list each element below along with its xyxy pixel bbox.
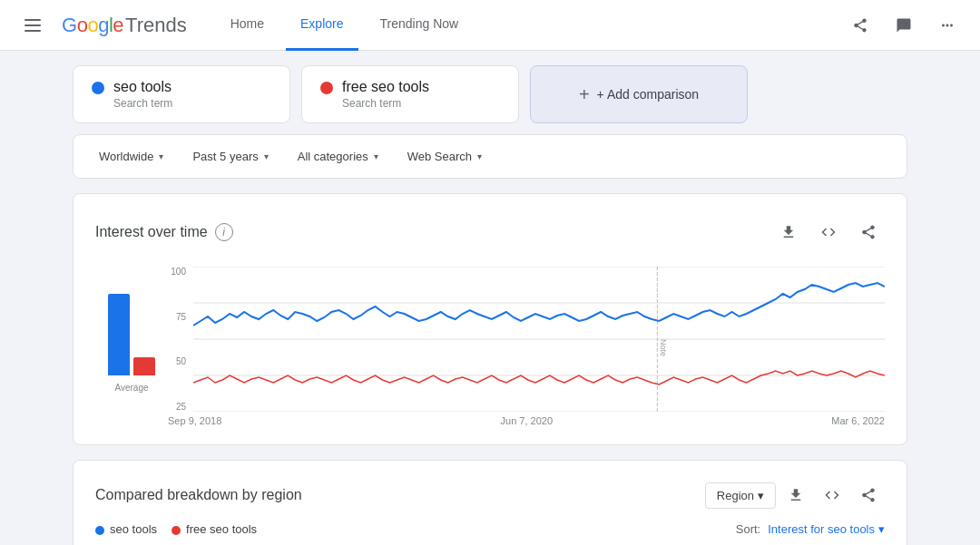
search-terms-row: seo tools Search term free seo tools Sea…: [73, 65, 907, 123]
legend-row: seo tools free seo tools: [95, 522, 257, 536]
svg-rect-1: [24, 24, 41, 26]
term1-type: Search term: [113, 97, 172, 110]
share-button[interactable]: [842, 7, 878, 44]
region-card: Compared breakdown by region Region ▾: [73, 460, 907, 545]
date-label-2: Jun 7, 2020: [501, 415, 554, 426]
download-chart-button[interactable]: [772, 216, 805, 248]
chart-title-group: Interest over time i: [95, 223, 233, 241]
apps-button[interactable]: [929, 7, 965, 44]
sort-select[interactable]: Interest for seo tools ▾: [768, 522, 885, 536]
header-actions: [842, 7, 965, 44]
filter-worldwide-chevron: ▾: [159, 151, 163, 161]
region-filter-button[interactable]: Region ▾: [705, 482, 776, 509]
term2-type: Search term: [342, 97, 429, 110]
filter-worldwide-label: Worldwide: [99, 150, 153, 163]
chart-card-header: Interest over time i: [95, 216, 885, 248]
svg-rect-2: [24, 30, 41, 32]
chart-dates: Sep 9, 2018 Jun 7, 2020 Mar 6, 2022: [168, 412, 885, 430]
main-content: seo tools Search term free seo tools Sea…: [0, 51, 980, 545]
filter-categories[interactable]: All categories ▾: [287, 144, 389, 169]
region-filter-chevron: ▾: [758, 489, 764, 502]
avg-bar-red: [133, 357, 155, 375]
search-term-card-1[interactable]: seo tools Search term: [73, 65, 290, 123]
nav-home[interactable]: Home: [216, 0, 279, 51]
y-label-100: 100: [168, 267, 186, 277]
term2-dot: [320, 82, 333, 94]
sort-row: Sort: Interest for seo tools ▾: [736, 522, 885, 536]
region-card-header: Compared breakdown by region Region ▾: [95, 479, 885, 511]
avg-bar-chart: [108, 267, 155, 375]
chart-left-avg: Average: [95, 267, 168, 430]
logo-trends-text: Trends: [125, 14, 187, 37]
term1-dot: [92, 82, 104, 94]
legend-label-1: seo tools: [110, 522, 157, 536]
filter-timerange[interactable]: Past 5 years ▾: [181, 144, 279, 169]
help-icon[interactable]: i: [215, 223, 233, 241]
download-region-button[interactable]: [779, 479, 812, 511]
sort-chevron: ▾: [878, 522, 885, 536]
filter-categories-label: All categories: [298, 150, 368, 163]
legend-item-1: seo tools: [95, 522, 157, 536]
filter-search-type-label: Web Search: [407, 150, 472, 163]
interest-over-time-card: Interest over time i: [73, 193, 907, 445]
chart-card-actions: [772, 216, 885, 248]
nav-explore[interactable]: Explore: [286, 0, 358, 51]
chart-svg: Note: [193, 267, 885, 412]
term2-name: free seo tools: [342, 79, 429, 95]
filter-worldwide[interactable]: Worldwide ▾: [88, 144, 174, 169]
main-nav: Home Explore Trending Now: [216, 0, 842, 51]
filter-row: Worldwide ▾ Past 5 years ▾ All categorie…: [73, 134, 907, 179]
avg-bar-blue: [108, 294, 130, 375]
share-chart-button[interactable]: [852, 216, 885, 248]
filter-timerange-chevron: ▾: [264, 151, 269, 161]
app-header: Google Trends Home Explore Trending Now: [0, 0, 980, 51]
filter-search-type-chevron: ▾: [477, 151, 482, 161]
logo-google-text: Google: [62, 14, 123, 37]
embed-region-button[interactable]: [816, 479, 848, 511]
chart-right: 100 75 50 25: [168, 267, 885, 430]
filter-search-type[interactable]: Web Search ▾: [397, 144, 493, 169]
menu-icon[interactable]: [15, 7, 51, 44]
region-filter-label: Region: [717, 489, 754, 502]
sort-value: Interest for seo tools: [768, 522, 875, 536]
add-comparison-button[interactable]: + + Add comparison: [530, 65, 748, 123]
search-term-card-2[interactable]: free seo tools Search term: [301, 65, 519, 123]
date-label-1: Sep 9, 2018: [168, 415, 221, 426]
y-label-75: 75: [168, 312, 186, 322]
legend-dot-1: [95, 526, 104, 535]
embed-chart-button[interactable]: [812, 216, 845, 248]
term2-info: free seo tools Search term: [342, 79, 429, 110]
region-title: Compared breakdown by region: [95, 487, 302, 503]
legend-dot-2: [172, 526, 181, 535]
region-bottom-row: seo tools free seo tools Sort: Interest …: [95, 522, 885, 536]
sort-label: Sort:: [736, 522, 760, 536]
legend-item-2: free seo tools: [172, 522, 257, 536]
svg-text:Note: Note: [659, 339, 668, 356]
y-label-50: 50: [168, 356, 186, 366]
nav-trending[interactable]: Trending Now: [366, 0, 474, 51]
date-label-3: Mar 6, 2022: [831, 415, 885, 426]
avg-label: Average: [114, 383, 148, 393]
logo: Google Trends: [62, 14, 187, 37]
plus-icon: +: [579, 84, 590, 105]
legend-label-2: free seo tools: [186, 522, 257, 536]
term1-info: seo tools Search term: [113, 79, 172, 110]
y-label-25: 25: [168, 402, 186, 412]
share-region-button[interactable]: [852, 479, 885, 511]
region-actions: Region ▾: [705, 479, 885, 511]
filter-timerange-label: Past 5 years: [192, 150, 258, 163]
chart-area: Average 100 75 50 25: [95, 267, 885, 430]
filter-categories-chevron: ▾: [374, 151, 378, 161]
add-comparison-label: + Add comparison: [597, 87, 699, 102]
term1-name: seo tools: [113, 79, 172, 95]
chart-title: Interest over time: [95, 224, 208, 240]
svg-rect-0: [24, 19, 41, 21]
feedback-button[interactable]: [886, 7, 922, 44]
